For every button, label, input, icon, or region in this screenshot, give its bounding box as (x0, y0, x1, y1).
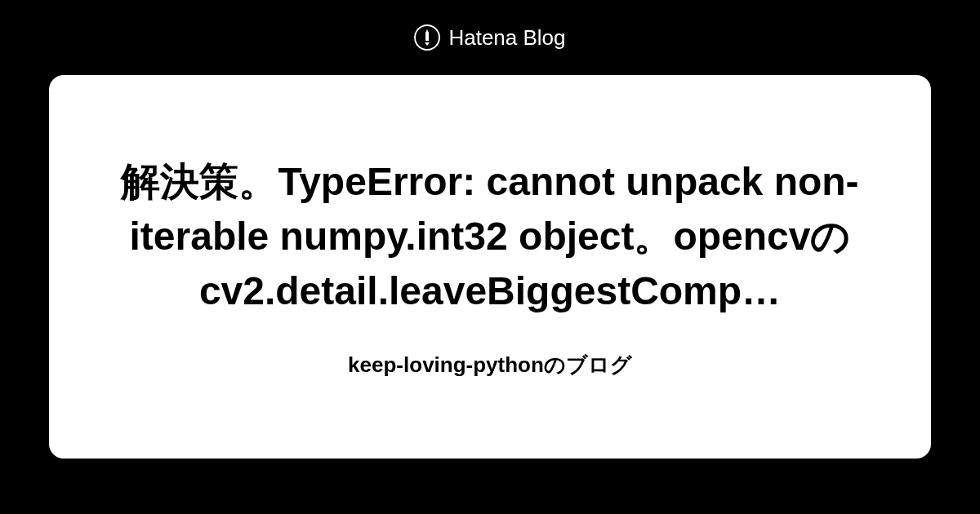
blog-name: keep-loving-pythonのブログ (348, 351, 632, 379)
article-title: 解決策。TypeError: cannot unpack non-iterabl… (98, 154, 882, 319)
hatena-logo-icon (414, 24, 440, 51)
brand-name: Hatena Blog (448, 25, 565, 51)
article-card: 解決策。TypeError: cannot unpack non-iterabl… (49, 75, 931, 459)
header: Hatena Blog (414, 0, 565, 75)
